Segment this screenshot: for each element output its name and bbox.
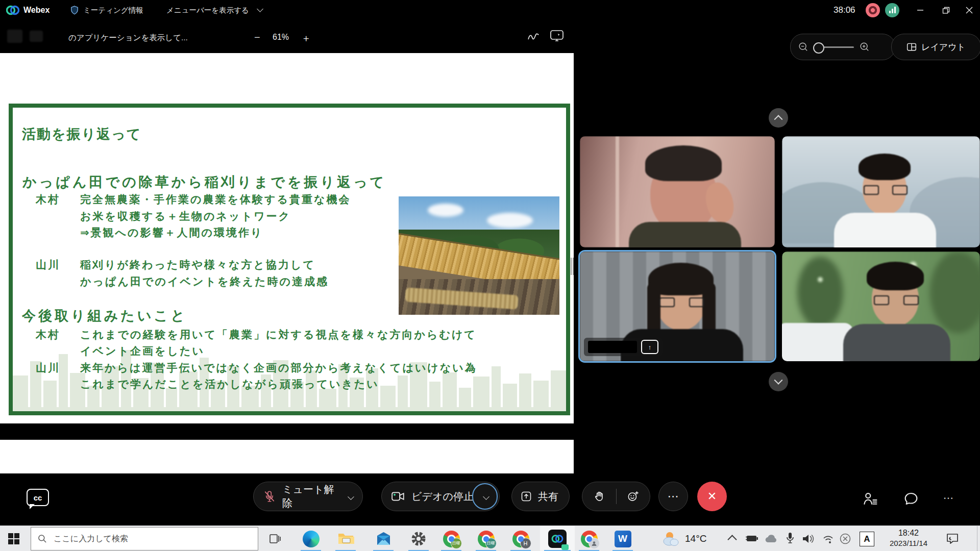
- slide-line: これまでの経験を用いて「農業」に対する視点を様々な方向からむけて: [80, 328, 477, 342]
- stage-zoom-control: [790, 34, 895, 60]
- menu-toggle-button[interactable]: メニューバーを表示する: [166, 6, 249, 15]
- closed-captions-button[interactable]: cc: [27, 489, 49, 506]
- speaker-label: 木村: [36, 328, 60, 342]
- share-icon: [520, 490, 532, 503]
- taskbar-search-input[interactable]: ここに入力して検索: [31, 527, 258, 550]
- remote-screen-icon[interactable]: [549, 29, 565, 43]
- edge-icon[interactable]: [299, 526, 323, 551]
- annotate-icon[interactable]: [527, 30, 540, 43]
- redacted-participant-name: [588, 341, 637, 353]
- reactions-group: [582, 482, 650, 511]
- minimize-icon[interactable]: [913, 4, 928, 17]
- slide-line: ⇒景観への影響＋人間の環境作り: [80, 226, 263, 240]
- mic-muted-icon: [263, 490, 276, 503]
- chevron-up-icon: [774, 115, 783, 123]
- divider: [616, 489, 617, 504]
- participant-video-1[interactable]: [580, 136, 775, 247]
- chat-button[interactable]: [902, 490, 920, 508]
- zoom-out-icon[interactable]: [798, 41, 809, 53]
- stop-video-label: ビデオの停止: [411, 490, 474, 504]
- slide-line: 完全無農薬・手作業の農業を体験する貴重な機会: [80, 192, 351, 207]
- ime-indicator[interactable]: A: [860, 532, 874, 546]
- slide-line: 稲刈りが終わった時や様々な方と協力して: [80, 258, 315, 272]
- chrome-icon-profile-2[interactable]: 日曜: [474, 526, 498, 551]
- disconnect-icon[interactable]: [839, 533, 851, 545]
- slide-title: 活動を振り返って: [22, 125, 142, 143]
- shared-document-page: 活動を振り返って かっぱん田での除草から稲刈りまでを振り返って 木村 完全無農薬…: [0, 53, 574, 423]
- chevron-down-icon[interactable]: [348, 493, 354, 499]
- scroll-participants-down-button[interactable]: [769, 372, 788, 391]
- shield-icon: [69, 5, 80, 16]
- slide-section1-heading: かっぱん田での除草から稲刈りまでを振り返って: [22, 173, 387, 191]
- share-button[interactable]: 共有: [511, 482, 570, 511]
- action-center-icon[interactable]: [945, 533, 960, 545]
- chrome-icon-profile-3[interactable]: H: [508, 526, 533, 551]
- raise-hand-icon[interactable]: [593, 490, 606, 503]
- search-placeholder: ここに入力して検索: [54, 534, 128, 544]
- zoom-slider[interactable]: [814, 46, 854, 48]
- onedrive-icon[interactable]: [765, 534, 778, 543]
- chevron-down-icon[interactable]: [257, 6, 263, 12]
- clock[interactable]: 18:42 2023/11/14: [882, 528, 935, 548]
- close-icon[interactable]: [962, 4, 977, 17]
- tray-mic-icon[interactable]: [786, 532, 794, 544]
- reactions-icon[interactable]: [626, 490, 640, 503]
- unmute-label: ミュート解除: [282, 483, 340, 510]
- participants-button[interactable]: [862, 490, 879, 508]
- slide-line: これまで学んだことを活かしながら頑張っていきたい: [80, 377, 379, 391]
- participant-video-4[interactable]: [782, 252, 980, 361]
- cc-icon: cc: [27, 489, 49, 506]
- restore-icon[interactable]: [938, 4, 953, 17]
- shared-document-next-page: [0, 440, 574, 473]
- control-bar: cc ミュート解除 ビデオの停止 共有: [0, 473, 980, 525]
- settings-icon[interactable]: [406, 526, 431, 551]
- show-desktop-button[interactable]: [977, 526, 977, 551]
- mail-icon[interactable]: [371, 526, 396, 551]
- battery-icon[interactable]: [745, 534, 758, 542]
- temperature-label[interactable]: 14°C: [685, 533, 706, 544]
- stop-video-button[interactable]: ビデオの停止: [381, 482, 500, 511]
- chrome-icon-profile-4[interactable]: [577, 526, 601, 551]
- tray-overflow-chevron-icon[interactable]: [727, 535, 737, 544]
- tray-time: 18:42: [882, 528, 935, 538]
- participant-name-tag: ↑: [584, 338, 663, 356]
- zoom-level: 61%: [273, 33, 289, 42]
- chrome-profile-badge: 日曜: [485, 538, 497, 549]
- weather-icon[interactable]: [662, 530, 680, 547]
- chrome-profile-badge: 日曜: [451, 538, 462, 549]
- zoom-slider-knob[interactable]: [813, 42, 824, 54]
- layout-button[interactable]: レイアウト: [891, 34, 980, 60]
- zoom-out-button[interactable]: −: [254, 32, 260, 43]
- blurred-app-icon: [7, 30, 22, 43]
- participant-video-2[interactable]: [782, 136, 980, 247]
- sharing-indicator-icon: ↑: [641, 340, 658, 354]
- more-icon: ⋯: [668, 490, 679, 503]
- panel-more-button[interactable]: ⋯: [943, 492, 954, 504]
- more-icon: ⋯: [943, 492, 954, 504]
- slide-line: かっぱん田でのイベントを終えた時の達成感: [80, 274, 329, 289]
- signal-icon[interactable]: [822, 533, 835, 544]
- explorer-icon[interactable]: [333, 526, 358, 551]
- zoom-in-button[interactable]: ＋: [301, 32, 311, 45]
- slide-line: イベント企画をしたい: [80, 344, 205, 358]
- blurred-app-icon: [30, 31, 43, 42]
- presentation-slide: 活動を振り返って かっぱん田での除草から稲刈りまでを振り返って 木村 完全無農薬…: [9, 104, 570, 415]
- zoom-in-icon[interactable]: [859, 41, 870, 53]
- leave-icon: ✕: [707, 490, 717, 503]
- task-view-icon[interactable]: [262, 526, 287, 551]
- rice-field-photo: [399, 196, 559, 315]
- scroll-participants-up-button[interactable]: [769, 108, 788, 128]
- leave-meeting-button[interactable]: ✕: [697, 482, 727, 511]
- start-icon[interactable]: [8, 533, 19, 544]
- chrome-icon-profile-1[interactable]: 日曜: [439, 526, 463, 551]
- meeting-info-button[interactable]: ミーティング情報: [83, 6, 143, 15]
- word-icon[interactable]: W: [610, 526, 635, 551]
- unmute-button[interactable]: ミュート解除: [253, 482, 363, 511]
- layout-label: レイアウト: [921, 41, 966, 53]
- speaker-icon[interactable]: [801, 533, 816, 544]
- participant-video-3-active[interactable]: ↑: [580, 252, 775, 361]
- more-options-button[interactable]: ⋯: [658, 482, 688, 511]
- share-label: 共有: [538, 490, 558, 504]
- panel-resize-handle[interactable]: [571, 255, 576, 278]
- webex-taskbar-icon[interactable]: [545, 526, 570, 551]
